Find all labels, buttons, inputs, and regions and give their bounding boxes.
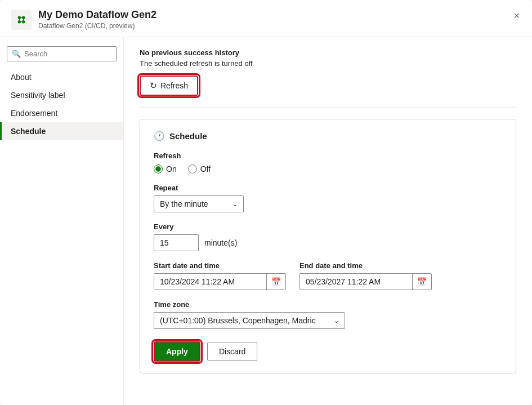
apply-button[interactable]: Apply [154,341,200,362]
start-date-wrapper: 📅 [154,273,286,290]
sidebar-item-label-about: About [11,73,32,82]
refresh-button[interactable]: ↻ Refresh [140,75,198,96]
end-date-label: End date and time [299,261,432,270]
timezone-label: Time zone [154,300,502,309]
clock-icon: 🕐 [154,131,165,141]
sidebar-item-label-endorsement: Endorsement [11,109,57,118]
radio-on-option[interactable]: On [154,164,177,173]
search-icon: 🔍 [12,50,21,58]
search-input[interactable] [24,50,111,58]
refresh-radio-group: On Off [154,164,502,173]
start-date-label: Start date and time [154,261,286,270]
header-titles: My Demo Dataflow Gen2 Dataflow Gen2 (CI/… [38,9,157,30]
scheduled-off-text: The scheduled refresh is turned off [140,59,516,68]
chevron-down-icon: ⌄ [233,201,238,208]
schedule-header: 🕐 Schedule [154,131,502,141]
radio-off-input[interactable] [188,164,197,173]
every-row: minute(s) [154,234,502,251]
divider [140,107,516,108]
schedule-card: 🕐 Schedule Refresh On Off [140,119,516,373]
calendar-icon-end: 📅 [417,277,427,286]
sidebar-item-label-sensitivity: Sensitivity label [11,91,65,100]
no-history-text: No previous success history [140,48,516,57]
minute-suffix: minute(s) [204,238,237,247]
end-date-input[interactable] [300,274,412,290]
sidebar-item-schedule[interactable]: Schedule [0,122,123,140]
close-button[interactable]: × [510,8,523,24]
calendar-icon: 📅 [271,277,281,286]
end-calendar-button[interactable]: 📅 [412,274,431,290]
refresh-btn-container: ↻ Refresh [140,75,516,96]
dialog-header: My Demo Dataflow Gen2 Dataflow Gen2 (CI/… [0,0,532,37]
sidebar-item-label-schedule: Schedule [11,127,46,136]
dialog: My Demo Dataflow Gen2 Dataflow Gen2 (CI/… [0,0,532,405]
search-box[interactable]: 🔍 [7,46,117,61]
radio-on-input[interactable] [154,164,163,173]
start-date-field: Start date and time 📅 [154,261,286,290]
sidebar-item-sensitivity[interactable]: Sensitivity label [0,86,123,104]
timezone-dropdown[interactable]: (UTC+01:00) Brussels, Copenhagen, Madric… [154,312,345,329]
dialog-title: My Demo Dataflow Gen2 [38,9,157,21]
start-calendar-button[interactable]: 📅 [266,274,285,290]
repeat-dropdown[interactable]: By the minute ⌄ [154,195,244,212]
radio-off-label: Off [200,164,211,173]
radio-off-option[interactable]: Off [188,164,211,173]
repeat-value: By the minute [160,199,208,208]
repeat-label: Repeat [154,184,502,192]
main-content: No previous success history The schedule… [124,37,532,405]
end-date-wrapper: 📅 [299,273,432,290]
timezone-value: (UTC+01:00) Brussels, Copenhagen, Madric [160,316,316,325]
action-row: Apply Discard [154,341,502,362]
timezone-chevron-icon: ⌄ [334,317,339,324]
timezone-section: Time zone (UTC+01:00) Brussels, Copenhag… [154,300,502,329]
refresh-label: Refresh [154,152,502,160]
sidebar-item-about[interactable]: About [0,68,123,86]
discard-button[interactable]: Discard [207,342,257,361]
dialog-subtitle: Dataflow Gen2 (CI/CD, preview) [38,22,157,30]
end-date-field: End date and time 📅 [299,261,432,290]
every-section: Every minute(s) [154,222,502,251]
date-row: Start date and time 📅 End date and time [154,261,502,290]
app-icon [11,10,32,30]
radio-on-label: On [166,164,177,173]
sidebar: 🔍 About Sensitivity label Endorsement Sc… [0,37,124,405]
every-label: Every [154,222,502,231]
dialog-body: 🔍 About Sensitivity label Endorsement Sc… [0,37,532,405]
start-date-input[interactable] [154,274,266,290]
sidebar-item-endorsement[interactable]: Endorsement [0,104,123,122]
refresh-button-label: Refresh [160,81,188,90]
refresh-icon: ↻ [150,81,157,91]
schedule-section-label: Schedule [169,131,207,141]
every-input[interactable] [154,234,199,251]
repeat-section: Repeat By the minute ⌄ [154,184,502,212]
